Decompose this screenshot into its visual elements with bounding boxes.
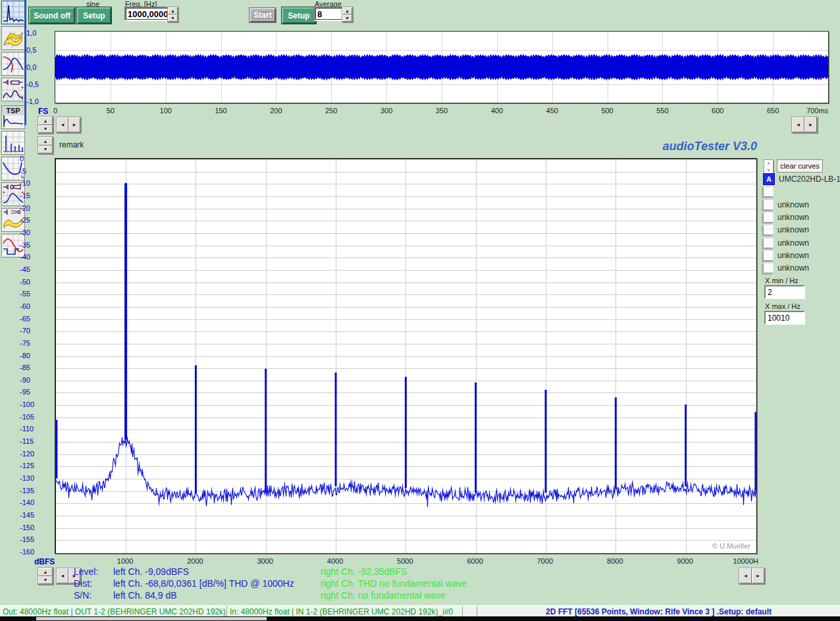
readout-left-channel: left Ch. -9,09dBFS <box>113 566 189 577</box>
fft-xtick-label: 8000 <box>595 557 635 565</box>
curve-row: unknown <box>763 211 809 223</box>
time-xtick-label: 700ms <box>782 107 828 115</box>
readout-name: Level: <box>74 566 98 577</box>
fft-ytick-label: -55 <box>20 290 50 298</box>
xmin-label: X min / Hz <box>765 277 799 284</box>
fft-ytick-label: -85 <box>20 364 50 371</box>
taskbar-edge <box>0 616 840 621</box>
time-xscroll-left-control[interactable]: ◂▸ <box>56 117 81 133</box>
fft-ytick-label: -20 <box>20 204 50 212</box>
xmin-input[interactable]: 2 <box>764 285 805 299</box>
fft-xtick-label: 10000H <box>712 557 758 565</box>
fft-ytick-label: -150 <box>20 524 50 531</box>
curve-checkbox[interactable] <box>763 238 774 248</box>
time-xtick-label: 100 <box>149 107 182 115</box>
fft-ytick-label: -90 <box>20 376 50 384</box>
fft-xscroll-right-control[interactable]: ◂▸ <box>739 568 765 584</box>
time-xtick-label: 450 <box>536 107 569 115</box>
freq-spin-up-icon[interactable]: ▲ <box>168 7 178 14</box>
fft-ytick-label: -100 <box>20 400 50 408</box>
start-button[interactable]: Start <box>249 8 276 22</box>
fft-yzoom-down-icon[interactable]: ▼ <box>38 576 53 585</box>
time-signal-plot <box>55 32 828 103</box>
status-bar: Out: 48000Hz float | OUT 1-2 (BEHRINGER … <box>0 605 840 617</box>
time-xtick-label: 250 <box>315 107 348 115</box>
fft-ytick-label: -50 <box>20 278 50 286</box>
fft-yzoom-up-icon[interactable]: ▲ <box>38 568 53 576</box>
fft-ytick-label: -135 <box>20 487 50 495</box>
fft-ytick-label: -15 <box>20 192 50 200</box>
fft-ytick-label: -65 <box>20 315 50 323</box>
time-scroll-right2-icon[interactable]: ▸ <box>804 117 817 132</box>
time-xtick-label: 150 <box>205 107 238 115</box>
curve-row: unknown <box>763 237 809 249</box>
average-input[interactable]: 8 <box>314 7 346 21</box>
fft-yzoom-spinner[interactable]: ▲▼ <box>38 567 53 585</box>
fft-xtick-label: 5000 <box>385 557 425 565</box>
fft-y-axis: 0-5-10-15-20-25-30-35-40-45-50-55-60-65-… <box>20 0 53 621</box>
readout-right-channel: right Ch. THD no fundamental wave <box>321 578 467 589</box>
curve-checkbox[interactable] <box>763 200 774 210</box>
average-spin-up-icon[interactable]: ▲ <box>342 7 352 14</box>
time-signal-plot-frame <box>55 31 829 103</box>
fft-x-axis: 1000200030004000500060007000800090001000… <box>0 557 840 566</box>
analyzer-setup-button[interactable]: Setup <box>282 7 316 24</box>
fft-xtick-label: 7000 <box>525 557 565 565</box>
curve-label: unknown <box>777 213 809 222</box>
readout-name: Dist: <box>74 578 92 589</box>
fft-scroll-left2-icon[interactable]: ◂ <box>739 568 752 583</box>
curve-checkbox[interactable] <box>763 212 774 223</box>
clear-curves-button[interactable]: clear curves <box>777 159 823 173</box>
curve-label: unknown <box>777 200 809 209</box>
curve-label: UMC202HD-LB-1Vp <box>779 175 840 184</box>
fft-ytick-label: -105 <box>20 413 50 421</box>
readout-right-channel: right Ch. -92,35dBFS <box>321 566 407 577</box>
curve-select-spinner[interactable]: ˄˅ <box>764 159 774 174</box>
fft-ytick-label: -30 <box>20 229 50 236</box>
fft-scroll-right2-icon[interactable]: ▸ <box>752 568 764 583</box>
curve-row: AUMC202HD-LB-1Vp <box>763 173 840 185</box>
curve-checkbox[interactable] <box>763 186 774 197</box>
fft-xtick-label: 2000 <box>175 557 215 565</box>
time-scroll-right-icon[interactable]: ▸ <box>68 117 80 132</box>
freq-spinner[interactable]: ▲▼ <box>167 7 178 22</box>
fft-plot-frame <box>55 158 757 554</box>
curve-spin-down-icon[interactable]: ˅ <box>764 167 773 173</box>
curve-checkbox[interactable] <box>763 225 774 235</box>
average-spinner[interactable]: ▲▼ <box>342 7 353 22</box>
fft-ytick-label: -120 <box>20 450 50 458</box>
fft-ytick-label: -25 <box>20 216 50 224</box>
fft-ytick-label: -140 <box>20 499 50 506</box>
curve-checkbox[interactable] <box>763 250 774 261</box>
fft-xtick-label: 6000 <box>456 557 495 565</box>
curve-row: unknown <box>763 199 809 211</box>
time-xtick-label: 350 <box>425 107 458 115</box>
audiotester-window: TSP ω Sound off sine Setup Freq. [Hz] 10… <box>0 0 840 621</box>
generator-setup-button[interactable]: Setup <box>77 7 111 24</box>
fft-ytick-label: -75 <box>20 339 50 347</box>
fft-spectrum-plot <box>56 159 756 553</box>
curve-label: unknown <box>777 238 809 248</box>
fft-scroll-left-icon[interactable]: ◂ <box>57 568 68 583</box>
time-scroll-left2-icon[interactable]: ◂ <box>792 117 804 132</box>
fft-xtick-label: 3000 <box>246 557 285 565</box>
fft-ytick-label: -115 <box>20 437 50 445</box>
curve-marker-a[interactable]: A <box>763 173 775 185</box>
average-spin-down-icon[interactable]: ▼ <box>342 14 352 22</box>
curve-spin-up-icon[interactable]: ˄ <box>764 160 773 167</box>
time-scroll-left-icon[interactable]: ◂ <box>57 117 68 132</box>
xmax-input[interactable]: 10010 <box>764 311 805 325</box>
readout-right-channel: right Ch. no fundamental wave <box>321 590 446 601</box>
fft-xtick-label: 9000 <box>666 557 705 565</box>
fft-ytick-label: -125 <box>20 462 50 470</box>
time-xtick-label: 600 <box>701 107 734 115</box>
freq-input[interactable]: 1000,0000 <box>124 7 171 21</box>
freq-spin-down-icon[interactable]: ▼ <box>168 14 178 22</box>
time-xscroll-right-control[interactable]: ◂▸ <box>791 117 818 133</box>
xmax-label: X max / Hz <box>765 302 801 310</box>
fft-ytick-label: -70 <box>20 327 50 335</box>
curve-checkbox[interactable] <box>763 263 774 273</box>
fft-ytick-label: -80 <box>20 352 50 360</box>
fft-xtick-label: 1000 <box>105 557 145 565</box>
time-xtick-label: 50 <box>94 107 127 115</box>
